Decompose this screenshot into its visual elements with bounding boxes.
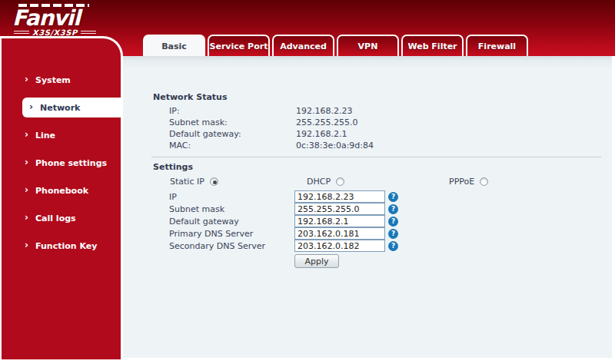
- field-label: IP: [169, 192, 294, 202]
- sidebar-item-phone-settings[interactable]: Phone settings: [2, 153, 121, 173]
- mode-static-ip: Static IP: [170, 177, 218, 187]
- field-row-subnet: Subnet mask: [169, 203, 398, 215]
- sidebar-item-phonebook[interactable]: Phonebook: [2, 180, 121, 200]
- help-icon[interactable]: [388, 241, 398, 251]
- status-value: 192.168.2.1: [296, 129, 374, 139]
- field-label: Default gateway: [169, 217, 294, 227]
- tab-web-filter[interactable]: Web Filter: [401, 35, 464, 56]
- mode-pppoe: PPPoE: [449, 177, 488, 187]
- status-label: Default gateway:: [169, 129, 296, 139]
- status-row-gateway: Default gateway: 192.168.2.1: [169, 128, 374, 140]
- logo-brand-text: Fanvil: [12, 7, 97, 30]
- field-label: Subnet mask: [169, 204, 294, 214]
- sidebar-item-call-logs[interactable]: Call logs: [2, 208, 121, 228]
- sidebar-item-line[interactable]: Line: [2, 125, 121, 145]
- chevron-right-icon: [25, 184, 28, 195]
- help-icon[interactable]: [388, 217, 398, 227]
- status-value: 255.255.255.0: [296, 117, 374, 127]
- chevron-right-icon: [25, 74, 28, 84]
- chevron-right-icon: [25, 212, 28, 223]
- field-label: Secondary DNS Server: [169, 241, 294, 251]
- mode-label: Static IP: [170, 177, 204, 187]
- mode-label: DHCP: [307, 177, 331, 187]
- pppoe-radio[interactable]: [480, 177, 488, 186]
- static-ip-radio[interactable]: [210, 177, 218, 186]
- chevron-right-icon: [25, 157, 28, 167]
- secondary-dns-input[interactable]: [294, 240, 385, 252]
- sidebar: System Network Line Phone settings Phone…: [0, 36, 123, 359]
- fanvil-logo: Fanvil X3S/X3SP: [12, 4, 97, 37]
- chevron-right-icon: [29, 101, 33, 112]
- tab-basic[interactable]: Basic: [143, 35, 205, 56]
- sidebar-item-function-key[interactable]: Function Key: [2, 236, 121, 256]
- status-label: Subnet mask:: [169, 117, 296, 127]
- sidebar-item-network[interactable]: Network: [22, 98, 121, 117]
- apply-button[interactable]: Apply: [294, 254, 339, 268]
- chevron-right-icon: [25, 129, 28, 140]
- fanvil-config-page: Fanvil X3S/X3SP Basic Service Port Advan…: [0, 0, 615, 364]
- dhcp-radio[interactable]: [336, 177, 344, 186]
- help-icon[interactable]: [388, 192, 398, 202]
- sidebar-item-system[interactable]: System: [2, 70, 121, 90]
- status-value: 192.168.2.23: [296, 106, 374, 116]
- logo-line-right: [81, 31, 96, 35]
- field-row-primary-dns: Primary DNS Server: [169, 227, 398, 240]
- chevron-right-icon: [25, 240, 28, 250]
- mode-dhcp: DHCP: [307, 177, 344, 187]
- status-row-mac: MAC: 0c:38:3e:0a:9d:84: [169, 140, 374, 151]
- status-value: 0c:38:3e:0a:9d:84: [296, 141, 374, 151]
- field-row-secondary-dns: Secondary DNS Server: [169, 240, 398, 252]
- section-divider: [151, 157, 601, 157]
- ip-input[interactable]: [294, 190, 385, 203]
- settings-form: IP Subnet mask Default gateway Primary D…: [169, 190, 398, 252]
- help-icon[interactable]: [388, 229, 398, 239]
- tab-service-port[interactable]: Service Port: [208, 35, 270, 56]
- settings-title: Settings: [153, 162, 193, 172]
- status-row-subnet: Subnet mask: 255.255.255.0: [169, 117, 374, 128]
- network-status-table: IP: 192.168.2.23 Subnet mask: 255.255.25…: [169, 105, 374, 151]
- logo-line-left: [14, 31, 29, 35]
- tab-advanced[interactable]: Advanced: [272, 35, 334, 56]
- field-row-gateway: Default gateway: [169, 215, 398, 227]
- field-label: Primary DNS Server: [169, 229, 294, 239]
- subnet-mask-input[interactable]: [294, 203, 385, 215]
- help-icon[interactable]: [388, 204, 398, 214]
- field-row-ip: IP: [169, 190, 398, 203]
- mode-label: PPPoE: [449, 177, 474, 187]
- status-label: IP:: [169, 106, 296, 116]
- primary-dns-input[interactable]: [294, 227, 385, 240]
- tab-firewall[interactable]: Firewall: [466, 35, 528, 56]
- tab-vpn[interactable]: VPN: [337, 35, 399, 56]
- status-label: MAC:: [169, 141, 296, 151]
- network-status-title: Network Status: [153, 92, 227, 102]
- tab-bar: Basic Service Port Advanced VPN Web Filt…: [143, 35, 530, 56]
- default-gateway-input[interactable]: [294, 215, 385, 227]
- status-row-ip: IP: 192.168.2.23: [169, 105, 374, 117]
